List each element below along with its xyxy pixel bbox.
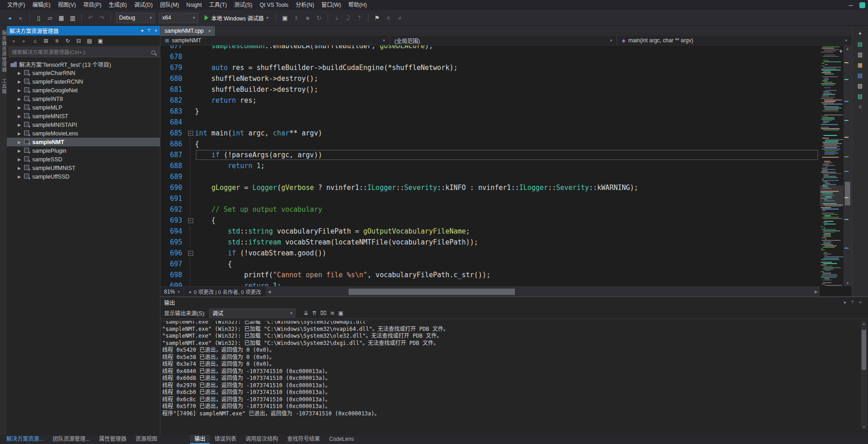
solution-root-item[interactable]: 解决方案'TensorRT_test' (13 个项目): [7, 60, 160, 69]
output-panel-header[interactable]: 输出 ▾ ⊤ ×: [160, 297, 868, 307]
pin-icon[interactable]: ⊤: [147, 28, 151, 33]
line-number[interactable]: 683: [160, 106, 186, 117]
dock-tab[interactable]: 资源视图: [131, 435, 162, 444]
project-item-sampleMNIST[interactable]: ▶sampleMNIST: [7, 112, 160, 120]
fold-margin[interactable]: [186, 106, 195, 117]
project-item-sampleFasterRCNN[interactable]: ▶sampleFasterRCNN: [7, 77, 160, 86]
code-line[interactable]: 683}: [160, 106, 820, 117]
code-text[interactable]: if (!vocabStream.good()): [195, 248, 820, 259]
zoom-dropdown[interactable]: 81% ▾: [160, 287, 184, 296]
fold-margin[interactable]: [186, 193, 195, 204]
project-item-sampleNMT[interactable]: ▶sampleNMT: [7, 138, 160, 146]
line-number[interactable]: 685: [160, 128, 186, 139]
line-number[interactable]: 690: [160, 182, 186, 193]
line-number[interactable]: 691: [160, 193, 186, 204]
document-thumbnail-icon[interactable]: ▧: [858, 83, 863, 89]
fold-margin[interactable]: [186, 62, 195, 73]
scroll-up-icon[interactable]: ▲: [843, 45, 852, 52]
code-text[interactable]: std::ifstream vocabStream(locateNMTFile(…: [195, 237, 820, 248]
code-line[interactable]: 699 return 1;: [160, 280, 820, 286]
code-line[interactable]: 688 return 1;: [160, 160, 820, 171]
code-text[interactable]: auto res = shuffleBuilder->buildCudaEngi…: [195, 62, 820, 73]
comment-icon[interactable]: ≡: [384, 13, 394, 23]
line-number[interactable]: 681: [160, 84, 186, 95]
scroll-left-icon[interactable]: ◀: [265, 287, 273, 297]
member-dropdown[interactable]: ◈ main(int argc, char ** argv) ▾: [617, 36, 852, 45]
close-icon[interactable]: ×: [208, 28, 211, 34]
stop-debugging-icon[interactable]: ■: [303, 13, 313, 23]
fold-margin[interactable]: [186, 182, 195, 193]
line-number[interactable]: 689: [160, 171, 186, 182]
project-item-sampleMovieLens[interactable]: ▶sampleMovieLens: [7, 129, 160, 138]
code-text[interactable]: return 1;: [195, 280, 820, 286]
home-icon[interactable]: ⌂: [30, 36, 40, 45]
document-tab[interactable]: sampleNMT.cpp ×: [160, 26, 215, 36]
chevron-down-icon[interactable]: ▾: [141, 28, 143, 33]
menu-item[interactable]: Qt VS Tools: [256, 0, 292, 10]
save-icon[interactable]: ▦: [56, 13, 66, 23]
chevron-right-icon[interactable]: ▶: [18, 97, 24, 101]
fold-margin[interactable]: [186, 160, 195, 171]
project-item-sampleMNISTAPI[interactable]: ▶sampleMNISTAPI: [7, 120, 160, 129]
document-thumbnail-icon[interactable]: ▤: [858, 41, 863, 47]
fold-margin[interactable]: [186, 226, 195, 237]
forward-icon[interactable]: ▸: [20, 36, 29, 45]
line-number[interactable]: 699: [160, 280, 186, 286]
fold-collapse-icon[interactable]: −: [188, 251, 193, 256]
pending-changes-filter-icon[interactable]: ≡: [52, 36, 61, 45]
fold-margin[interactable]: [186, 150, 195, 160]
code-line[interactable]: 695 std::ifstream vocabStream(locateNMTF…: [160, 237, 820, 248]
fold-margin[interactable]: [186, 237, 195, 248]
start-debugging-button[interactable]: 本地 Windows 调试器 ▾: [201, 13, 272, 23]
step-out-icon[interactable]: ⇡: [354, 13, 364, 23]
code-text[interactable]: {: [195, 139, 820, 150]
line-number[interactable]: 695: [160, 237, 186, 248]
fold-margin[interactable]: [186, 204, 195, 215]
solution-platform-dropdown[interactable]: x64 ▾: [159, 13, 198, 23]
fold-margin[interactable]: [186, 95, 195, 106]
word-wrap-icon[interactable]: ≋: [330, 310, 334, 316]
editor-horizontal-scrollbar[interactable]: ◀ ▶: [265, 287, 820, 296]
document-thumbnail-icon[interactable]: ▤: [858, 72, 863, 79]
chevron-right-icon[interactable]: ▶: [18, 149, 24, 153]
scrollbar-thumb[interactable]: [862, 330, 866, 370]
code-line[interactable]: 693− {: [160, 215, 820, 226]
fold-margin[interactable]: −: [186, 128, 195, 139]
scroll-right-icon[interactable]: ▶: [813, 287, 820, 297]
chevron-right-icon[interactable]: ▶: [18, 88, 24, 93]
project-item-sampleUffSSD[interactable]: ▶sampleUffSSD: [7, 172, 160, 181]
line-number[interactable]: 677: [160, 45, 186, 51]
document-thumbnail-icon[interactable]: ▥: [858, 51, 863, 58]
code-text[interactable]: return 1;: [195, 160, 820, 171]
step-over-icon[interactable]: ⤸: [343, 13, 353, 23]
open-file-icon[interactable]: ▱: [45, 13, 55, 23]
scope-dropdown[interactable]: (全局范围) ▾: [390, 36, 617, 45]
menu-item[interactable]: 测试(S): [230, 0, 256, 10]
code-line[interactable]: 682 return res;: [160, 95, 820, 106]
menu-item[interactable]: 编辑(E): [29, 0, 54, 10]
line-number[interactable]: 680: [160, 73, 186, 84]
code-line[interactable]: 690 gLogger = Logger(gVerbose ? nvinfer1…: [160, 182, 820, 193]
project-item-samplePlugin[interactable]: ▶samplePlugin: [7, 146, 160, 155]
code-line[interactable]: 698 printf("Cannot open file %s\n", voca…: [160, 269, 820, 280]
fold-margin[interactable]: [186, 139, 195, 150]
code-area[interactable]: 677 samplesCommon::enableDLA(shuffleBuil…: [160, 45, 820, 286]
code-line[interactable]: 680 shuffleNetwork->destroy();: [160, 73, 820, 84]
code-text[interactable]: [195, 171, 820, 182]
project-item-sampleSSD[interactable]: ▶sampleSSD: [7, 155, 160, 164]
code-line[interactable]: 681 shuffleBuilder->destroy();: [160, 84, 820, 95]
menu-item[interactable]: 帮助(H): [344, 0, 370, 10]
solution-configuration-dropdown[interactable]: Debug ▾: [116, 13, 155, 23]
clear-all-icon[interactable]: ⌧: [320, 310, 326, 316]
fold-margin[interactable]: [186, 45, 195, 51]
project-item-sampleINT8[interactable]: ▶sampleINT8: [7, 95, 160, 103]
code-text[interactable]: {: [195, 215, 820, 226]
code-text[interactable]: gLogger = Logger(gVerbose ? nvinfer1::IL…: [195, 182, 820, 193]
codelens-status[interactable]: ◂ 0 项更改 | 0 名作者, 0 项更改: [184, 288, 266, 295]
fold-margin[interactable]: [186, 259, 195, 269]
find-message-icon[interactable]: ⇊: [304, 310, 308, 316]
code-text[interactable]: {: [195, 259, 820, 269]
code-text[interactable]: int main(int argc, char** argv): [195, 128, 820, 139]
project-item-sampleUffMNIST[interactable]: ▶sampleUffMNIST: [7, 164, 160, 172]
code-text[interactable]: printf("Cannot open file %s\n", vocabula…: [195, 269, 820, 280]
